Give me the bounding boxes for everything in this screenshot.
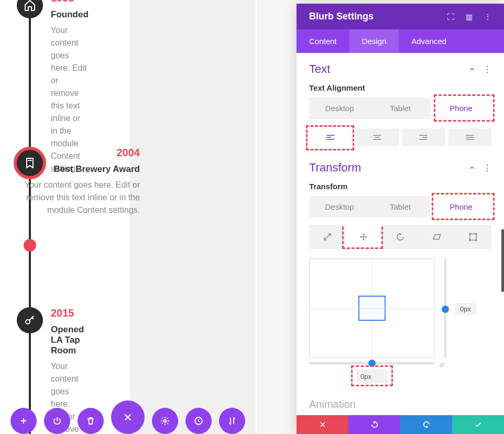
more-icon[interactable]: ⋮	[484, 13, 491, 21]
transform-scale-button[interactable]	[309, 225, 346, 249]
text-alignment-label: Text Alignment	[309, 83, 491, 92]
device-phone[interactable]: Phone	[431, 97, 491, 119]
align-justify-button[interactable]	[448, 128, 492, 146]
settings-button[interactable]	[152, 408, 178, 434]
svg-point-7	[476, 240, 477, 241]
tab-content[interactable]: Content	[297, 29, 349, 53]
svg-point-6	[469, 240, 470, 241]
timeline-title: Opened LA Tap Room	[51, 324, 84, 356]
y-value: 0px	[455, 303, 476, 315]
timeline-year: 2004	[25, 147, 140, 159]
history-button[interactable]	[185, 408, 212, 434]
device-desktop[interactable]: Desktop	[309, 196, 370, 218]
timeline-body: Your content goes here. Edit or remove t…	[25, 179, 140, 216]
transform-origin-button[interactable]	[455, 225, 491, 249]
align-left-button[interactable]	[309, 128, 353, 146]
delete-button[interactable]	[78, 408, 104, 434]
horizontal-slider[interactable]	[309, 362, 435, 364]
key-icon	[17, 307, 43, 333]
transform-skew-button[interactable]	[419, 225, 455, 249]
section-animation-header[interactable]: Animation	[297, 389, 504, 415]
cancel-button[interactable]	[297, 415, 348, 434]
tab-advanced[interactable]: Advanced	[399, 29, 459, 53]
save-button[interactable]	[452, 415, 504, 434]
responsive-icon[interactable]: ▥	[466, 13, 473, 21]
device-tablet[interactable]: Tablet	[370, 97, 431, 119]
svg-point-4	[469, 233, 470, 234]
close-button[interactable]	[111, 400, 145, 434]
x-value-input[interactable]	[356, 370, 388, 384]
section-transform-header[interactable]: Transform ⋮	[309, 161, 491, 175]
transform-translate-button[interactable]	[346, 225, 382, 249]
svg-point-5	[476, 233, 477, 234]
more-icon[interactable]: ⋮	[483, 64, 491, 74]
undo-button[interactable]	[348, 415, 400, 434]
timeline-dot	[24, 239, 36, 252]
tab-design[interactable]: Design	[349, 29, 399, 53]
link-icon[interactable]: ⇄	[439, 361, 444, 368]
timeline-year: 1998	[51, 0, 89, 4]
timeline-title: Founded	[51, 9, 89, 20]
svg-point-0	[26, 320, 30, 324]
transform-label: Transform	[309, 182, 491, 191]
device-desktop[interactable]: Desktop	[309, 97, 370, 119]
expand-icon[interactable]: ⛶	[447, 13, 454, 21]
transform-canvas[interactable]	[309, 258, 435, 358]
device-phone[interactable]: Phone	[431, 196, 491, 218]
more-icon[interactable]: ⋮	[483, 163, 491, 173]
home-icon	[17, 0, 43, 18]
device-tablet[interactable]: Tablet	[370, 196, 431, 218]
chevron-up-icon	[468, 164, 476, 171]
svg-point-1	[164, 420, 167, 422]
transform-rotate-button[interactable]	[382, 225, 419, 249]
chevron-up-icon	[468, 66, 476, 73]
timeline-title: Best Brewery Award	[25, 164, 140, 175]
power-button[interactable]	[44, 408, 70, 434]
section-text-header[interactable]: Text ⋮	[309, 62, 491, 76]
timeline-year: 2015	[51, 307, 84, 319]
add-button[interactable]	[10, 408, 37, 434]
transform-rect[interactable]	[358, 296, 386, 321]
settings-panel: Blurb Settings ⛶ ▥ ⋮ Content Design Adva…	[297, 4, 504, 434]
panel-title: Blurb Settings	[309, 11, 374, 22]
align-center-button[interactable]	[356, 128, 399, 146]
redo-button[interactable]	[400, 415, 452, 434]
sort-button[interactable]	[219, 408, 245, 434]
slider-handle[interactable]	[442, 306, 449, 313]
svg-rect-3	[470, 234, 476, 240]
slider-handle[interactable]	[368, 360, 376, 367]
align-right-button[interactable]	[402, 128, 445, 146]
vertical-slider[interactable]: 0px	[444, 258, 446, 358]
scrollbar[interactable]	[501, 229, 504, 292]
